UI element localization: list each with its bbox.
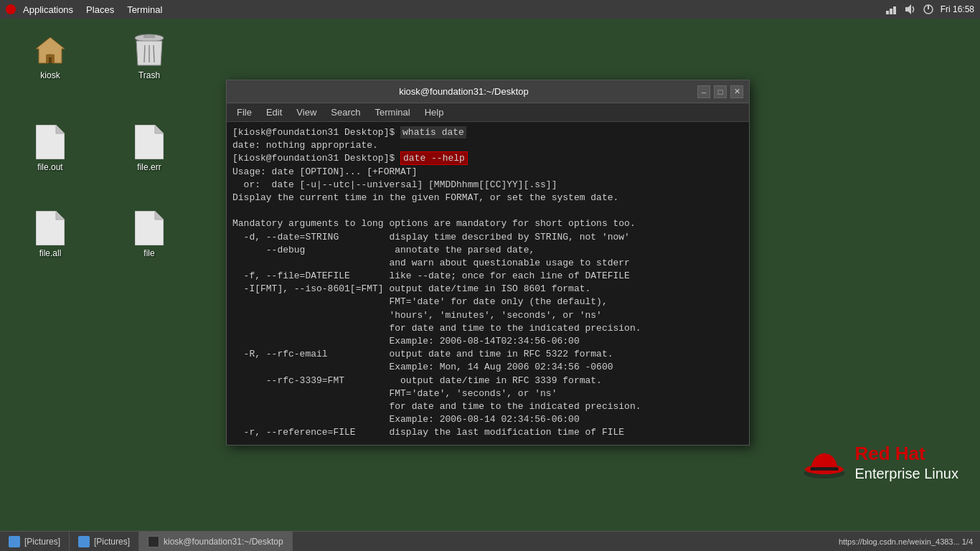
svg-marker-15 [56,125,65,133]
top-bar-right: Fri 16:58 [885,3,974,16]
file-err-label: file.err [137,162,161,172]
svg-rect-1 [890,9,892,14]
svg-rect-2 [893,6,896,14]
svg-rect-8 [49,57,52,63]
taskbar-label-1: [Pictures] [24,537,60,547]
terminal-line-5: or: date [-u|--utc|--universal] [MMDDhhm… [232,179,743,192]
terminal-body[interactable]: [kiosk@foundation31 Desktop]$ whatis dat… [227,122,749,445]
term-menu-file[interactable]: File [230,105,259,119]
svg-marker-21 [155,211,164,220]
terminal-line-6: Display the current time in the given FO… [232,192,743,204]
file-err-icon [132,125,166,159]
svg-marker-19 [56,211,65,220]
places-menu[interactable]: Places [80,3,120,17]
redhat-text: Red Hat Enterprise Linux [854,443,958,482]
taskbar-item-pictures-1[interactable]: [Pictures] [0,532,70,551]
file-out-icon [33,125,67,159]
taskbar-label-2: [Pictures] [94,537,130,547]
desktop-icon-kiosk[interactable]: kiosk [22,33,79,80]
taskbar-item-pictures-2[interactable]: [Pictures] [70,532,139,551]
terminal-line-3: [kiosk@foundation31 Desktop]$ date --hel… [232,152,743,165]
terminal-line-7 [232,204,743,217]
minimize-button[interactable]: – [697,85,710,98]
svg-marker-3 [905,4,911,14]
terminal-line-12: -f, --file=DATEFILE like --date; once fo… [232,270,743,283]
terminal-titlebar: kiosk@foundation31:~/Desktop – □ ✕ [227,80,749,103]
taskbar-folder-icon-2 [78,536,90,547]
svg-line-11 [144,45,145,62]
desktop-icon-file-out[interactable]: file.out [22,125,79,172]
file-icon [132,211,166,245]
terminal-line-15: 'hours', 'minutes', 'seconds', or 'ns' [232,309,743,322]
redhat-menu[interactable] [6,4,16,14]
taskbar-item-terminal[interactable]: kiosk@foundation31:~/Desktop [139,532,293,551]
power-icon[interactable] [922,3,935,16]
svg-rect-10 [143,35,155,38]
desktop-icon-trash[interactable]: Trash [121,33,178,80]
terminal-line-14: FMT='date' for date only (the default), [232,296,743,309]
datetime-display: Fri 16:58 [941,4,974,14]
terminal-line-9: -d, --date=STRING display time described… [232,231,743,244]
terminal-line-1: [kiosk@foundation31 Desktop]$ whatis dat… [232,126,743,139]
terminal-line-17: Example: 2006-08-14T02:34:56-06:00 [232,335,743,348]
svg-line-13 [154,45,154,62]
term-menu-help[interactable]: Help [418,105,451,119]
volume-icon[interactable] [903,3,916,16]
terminal-line-10: --debug annotate the parsed date, [232,244,743,257]
trash-label: Trash [138,70,160,80]
terminal-line-11: and warn about questionable usage to std… [232,257,743,270]
network-icon[interactable] [885,3,897,16]
file-all-label: file.all [39,248,62,258]
taskbar-terminal-icon [148,536,159,547]
close-button[interactable]: ✕ [730,85,743,98]
taskbar: [Pictures] [Pictures] kiosk@foundation31… [0,531,980,551]
terminal-line-20: --rfc-3339=FMT output date/time in RFC 3… [232,375,743,387]
terminal-line-21: FMT='date', 'seconds', or 'ns' [232,387,743,400]
terminal-line-24: -r, --reference=FILE display the last mo… [232,426,743,439]
file-all-icon [33,211,67,245]
terminal-line-4: Usage: date [OPTION]... [+FORMAT] [232,166,743,179]
svg-marker-17 [155,125,164,133]
desktop-icon-file-err[interactable]: file.err [121,125,178,172]
redhat-dot-icon [6,4,16,14]
taskbar-right: https://blog.csdn.ne/weixin_4383... 1/4 [839,537,980,546]
redhat-hat-icon [803,443,846,482]
terminal-line-19: Example: Mon, 14 Aug 2006 02:34:56 -0600 [232,361,743,374]
desktop-icon-file[interactable]: file [121,211,178,258]
file-label: file [143,248,154,258]
terminal-line-8: Mandatory arguments to long options are … [232,217,743,230]
desktop-icon-file-all[interactable]: file.all [22,211,79,258]
applications-menu[interactable]: Applications [17,3,79,17]
top-menubar: Applications Places Terminal Fri 16:58 [0,0,980,19]
term-menu-view[interactable]: View [289,105,324,119]
term-menu-terminal[interactable]: Terminal [368,105,418,119]
taskbar-label-3: kiosk@foundation31:~/Desktop [164,537,283,547]
redhat-enterprise-text: Enterprise Linux [854,465,958,482]
term-menu-edit[interactable]: Edit [259,105,289,119]
terminal-title: kiosk@foundation31:~/Desktop [232,86,695,97]
maximize-button[interactable]: □ [714,85,727,98]
redhat-logo: Red Hat Enterprise Linux [803,443,958,482]
taskbar-folder-icon-1 [9,536,20,547]
terminal-line-23: Example: 2006-08-14 02:34:56-06:00 [232,413,743,426]
redhat-red-text: Red Hat [854,443,925,465]
svg-rect-0 [886,11,889,14]
terminal-menu[interactable]: Terminal [121,3,168,17]
term-menu-search[interactable]: Search [324,105,367,119]
terminal-line-13: -I[FMT], --iso-8601[=FMT] output date/ti… [232,283,743,296]
house-icon [33,33,67,67]
top-bar-left: Applications Places Terminal [6,3,168,17]
kiosk-label: kiosk [40,70,60,80]
desktop: kiosk Trash file.out [0,19,980,525]
terminal-menubar: File Edit View Search Terminal Help [227,103,749,122]
terminal-line-2: date: nothing appropriate. [232,139,743,152]
terminal-line-18: -R, --rfc-email output date and time in … [232,348,743,361]
trash-icon [132,33,166,67]
terminal-line-16: for date and time to the indicated preci… [232,322,743,335]
svg-rect-24 [811,467,839,471]
terminal-line-22: for date and time to the indicated preci… [232,400,743,413]
file-out-label: file.out [37,162,62,172]
terminal-window: kiosk@foundation31:~/Desktop – □ ✕ File … [226,80,750,446]
